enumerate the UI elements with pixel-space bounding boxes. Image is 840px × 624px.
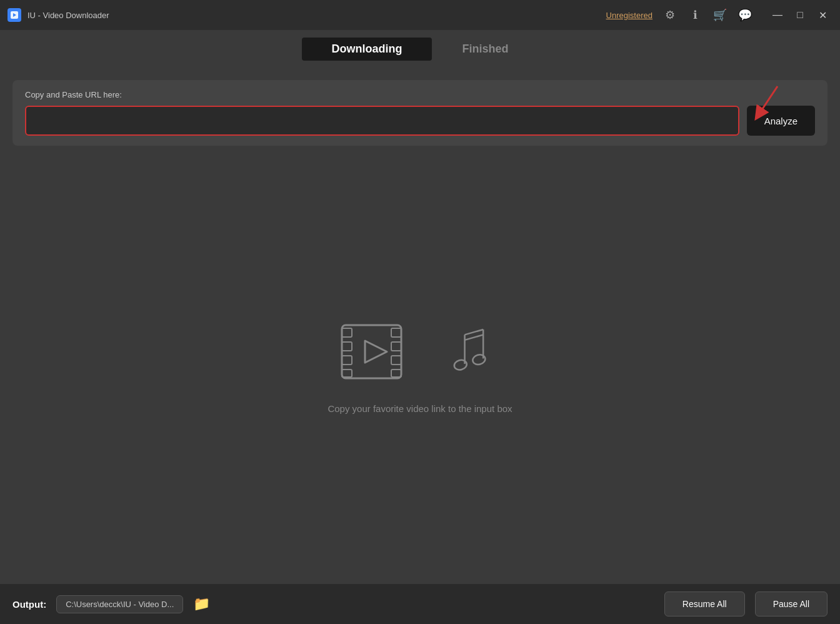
settings-icon[interactable]: ⚙ xyxy=(662,8,678,22)
tab-bar: Downloading Finished xyxy=(0,30,840,68)
tab-downloading[interactable]: Downloading xyxy=(302,38,432,61)
output-label: Output: xyxy=(12,599,46,610)
analyze-button[interactable]: Analyze xyxy=(747,106,815,136)
svg-rect-6 xyxy=(342,356,352,365)
url-label: Copy and Paste URL here: xyxy=(25,90,815,99)
svg-rect-11 xyxy=(391,370,401,377)
url-area: Copy and Paste URL here: Analyze xyxy=(12,80,828,146)
main-content: Copy and Paste URL here: Analyze xyxy=(0,68,840,584)
svg-rect-10 xyxy=(391,356,401,365)
tab-finished[interactable]: Finished xyxy=(432,38,538,61)
unregistered-link[interactable]: Unregistered xyxy=(606,11,652,20)
svg-marker-12 xyxy=(365,341,387,363)
chat-icon[interactable]: 💬 xyxy=(738,8,752,22)
maximize-button[interactable]: □ xyxy=(790,5,810,25)
title-bar-left: IU - Video Downloader xyxy=(8,8,606,22)
svg-rect-4 xyxy=(342,328,352,337)
url-input[interactable] xyxy=(25,106,739,136)
svg-rect-8 xyxy=(391,328,401,337)
svg-point-16 xyxy=(472,353,487,366)
window-controls: — □ ✕ xyxy=(768,5,832,25)
svg-rect-9 xyxy=(391,342,401,351)
film-icon xyxy=(336,316,417,391)
url-input-row: Analyze xyxy=(25,106,815,136)
svg-rect-7 xyxy=(342,370,352,377)
minimize-button[interactable]: — xyxy=(768,5,788,25)
empty-state-icons xyxy=(336,316,504,391)
svg-rect-5 xyxy=(342,342,352,351)
title-bar: IU - Video Downloader Unregistered ⚙ ℹ 🛒… xyxy=(0,0,840,30)
empty-state: Copy your favorite video link to the inp… xyxy=(12,158,828,571)
close-button[interactable]: ✕ xyxy=(812,5,832,25)
info-icon[interactable]: ℹ xyxy=(688,8,702,22)
empty-state-text: Copy your favorite video link to the inp… xyxy=(328,403,512,414)
resume-all-button[interactable]: Resume All xyxy=(664,591,745,616)
folder-icon[interactable]: 📁 xyxy=(193,596,210,612)
title-bar-right: Unregistered ⚙ ℹ 🛒 💬 — □ ✕ xyxy=(606,5,832,25)
music-icon xyxy=(436,322,504,385)
output-path: C:\Users\decck\IU - Video D... xyxy=(56,595,183,613)
svg-point-14 xyxy=(453,359,468,371)
svg-line-18 xyxy=(465,335,484,340)
svg-line-17 xyxy=(465,330,484,335)
footer: Output: C:\Users\decck\IU - Video D... 📁… xyxy=(0,584,840,624)
app-icon xyxy=(8,8,21,22)
app-title-text: IU - Video Downloader xyxy=(28,11,109,20)
svg-rect-3 xyxy=(342,325,401,378)
pause-all-button[interactable]: Pause All xyxy=(755,591,828,616)
cart-icon[interactable]: 🛒 xyxy=(712,8,728,22)
